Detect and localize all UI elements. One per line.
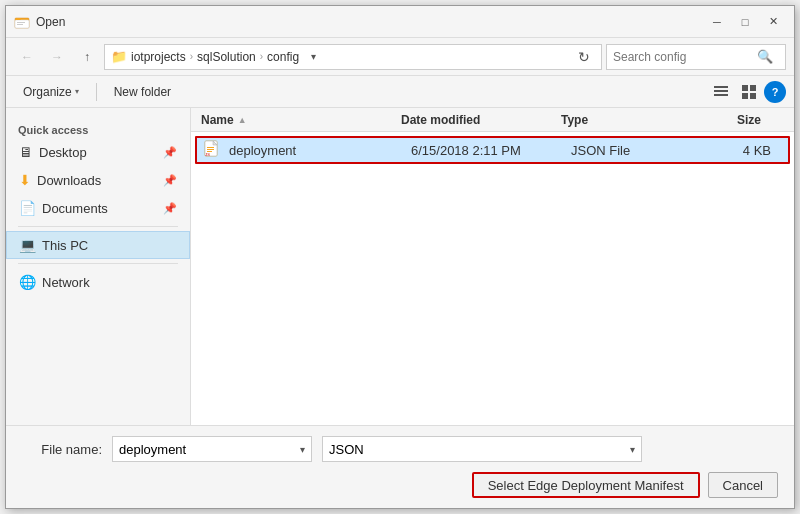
sidebar-item-this-pc[interactable]: 💻 This PC <box>6 231 190 259</box>
main-content: Quick access 🖥 Desktop 📌 ⬇ Downloads 📌 📄… <box>6 108 794 425</box>
filetype-select[interactable]: JSON ▾ <box>322 436 642 462</box>
view-details-button[interactable] <box>708 81 734 103</box>
filename-input-container[interactable]: ▾ <box>112 436 312 462</box>
svg-rect-17 <box>207 149 214 150</box>
address-crumb-1: iotprojects <box>131 50 186 64</box>
sidebar: Quick access 🖥 Desktop 📌 ⬇ Downloads 📌 📄… <box>6 108 191 425</box>
col-size-header[interactable]: Size <box>681 113 761 127</box>
svg-rect-5 <box>714 86 728 88</box>
filename-dropdown-button[interactable]: ▾ <box>300 444 305 455</box>
title-bar-controls: ─ □ ✕ <box>704 12 786 32</box>
dialog-title: Open <box>36 15 704 29</box>
downloads-label: Downloads <box>37 173 101 188</box>
svg-text:JS: JS <box>205 152 210 157</box>
address-dropdown-button[interactable]: ▾ <box>303 46 323 68</box>
action-row: Select Edge Deployment Manifest Cancel <box>22 472 778 498</box>
cancel-button[interactable]: Cancel <box>708 472 778 498</box>
documents-label: Documents <box>42 201 108 216</box>
svg-rect-4 <box>17 24 23 25</box>
up-button[interactable]: ↑ <box>74 44 100 70</box>
sidebar-item-downloads[interactable]: ⬇ Downloads 📌 <box>6 166 190 194</box>
filetype-value: JSON <box>329 442 364 457</box>
toolbar-separator <box>96 83 97 101</box>
pin-icon: 📌 <box>163 146 177 159</box>
downloads-icon: ⬇ <box>19 172 31 188</box>
refresh-button[interactable]: ↻ <box>573 46 595 68</box>
close-button[interactable]: ✕ <box>760 12 786 32</box>
select-button[interactable]: Select Edge Deployment Manifest <box>472 472 700 498</box>
sort-arrow-name: ▲ <box>238 115 247 125</box>
bottom-bar: File name: ▾ JSON ▾ Select Edge Deployme… <box>6 425 794 508</box>
forward-button[interactable]: → <box>44 44 70 70</box>
address-folder-icon: 📁 <box>111 49 127 64</box>
this-pc-icon: 💻 <box>19 237 36 253</box>
address-crumb-2: sqlSolution <box>197 50 256 64</box>
svg-rect-10 <box>742 93 748 99</box>
search-box: 🔍 <box>606 44 786 70</box>
quick-access-label: Quick access <box>6 120 190 138</box>
pin-icon-3: 📌 <box>163 202 177 215</box>
sidebar-item-documents[interactable]: 📄 Documents 📌 <box>6 194 190 222</box>
svg-rect-16 <box>207 147 214 148</box>
sidebar-item-desktop[interactable]: 🖥 Desktop 📌 <box>6 138 190 166</box>
svg-rect-9 <box>750 85 756 91</box>
dialog-icon <box>14 14 30 30</box>
documents-icon: 📄 <box>19 200 36 216</box>
open-dialog: Open ─ □ ✕ ← → ↑ 📁 iotprojects › sqlSolu… <box>5 5 795 509</box>
sidebar-item-network[interactable]: 🌐 Network <box>6 268 190 296</box>
svg-rect-11 <box>750 93 756 99</box>
svg-rect-7 <box>714 94 728 96</box>
maximize-button[interactable]: □ <box>732 12 758 32</box>
organize-toolbar: Organize ▾ New folder ? <box>6 76 794 108</box>
this-pc-label: This PC <box>42 238 88 253</box>
table-row[interactable]: JS deployment 6/15/2018 2:11 PM JSON Fil… <box>195 136 790 164</box>
network-label: Network <box>42 275 90 290</box>
svg-rect-2 <box>16 18 21 20</box>
file-size-cell: 4 KB <box>691 143 771 158</box>
title-bar: Open ─ □ ✕ <box>6 6 794 38</box>
address-crumb-3: config <box>267 50 299 64</box>
minimize-button[interactable]: ─ <box>704 12 730 32</box>
desktop-icon: 🖥 <box>19 144 33 160</box>
svg-rect-6 <box>714 90 728 92</box>
filename-input[interactable] <box>119 442 296 457</box>
pin-icon-2: 📌 <box>163 174 177 187</box>
col-date-header[interactable]: Date modified <box>401 113 561 127</box>
file-name-cell: deployment <box>229 143 411 158</box>
address-bar[interactable]: 📁 iotprojects › sqlSolution › config ▾ ↻ <box>104 44 602 70</box>
nav-toolbar: ← → ↑ 📁 iotprojects › sqlSolution › conf… <box>6 38 794 76</box>
view-tiles-button[interactable] <box>736 81 762 103</box>
new-folder-button[interactable]: New folder <box>105 81 180 103</box>
organize-button[interactable]: Organize ▾ <box>14 81 88 103</box>
filename-label: File name: <box>22 442 102 457</box>
sidebar-divider-2 <box>18 263 178 264</box>
col-type-header[interactable]: Type <box>561 113 681 127</box>
back-button[interactable]: ← <box>14 44 40 70</box>
svg-rect-8 <box>742 85 748 91</box>
network-icon: 🌐 <box>19 274 36 290</box>
col-name-header[interactable]: Name ▲ <box>201 113 401 127</box>
organize-dropdown-icon: ▾ <box>75 87 79 96</box>
file-date-cell: 6/15/2018 2:11 PM <box>411 143 571 158</box>
help-button[interactable]: ? <box>764 81 786 103</box>
sidebar-divider-1 <box>18 226 178 227</box>
filetype-dropdown-button[interactable]: ▾ <box>630 444 635 455</box>
file-type-cell: JSON File <box>571 143 691 158</box>
file-list-body: JS deployment 6/15/2018 2:11 PM JSON Fil… <box>191 132 794 425</box>
search-input[interactable] <box>613 50 753 64</box>
filename-row: File name: ▾ JSON ▾ <box>22 436 778 462</box>
file-list: Name ▲ Date modified Type Size <box>191 108 794 425</box>
file-icon: JS <box>203 140 223 160</box>
view-buttons: ? <box>708 81 786 103</box>
svg-rect-3 <box>17 22 25 23</box>
file-list-header: Name ▲ Date modified Type Size <box>191 108 794 132</box>
desktop-label: Desktop <box>39 145 87 160</box>
search-button[interactable]: 🔍 <box>757 49 773 64</box>
